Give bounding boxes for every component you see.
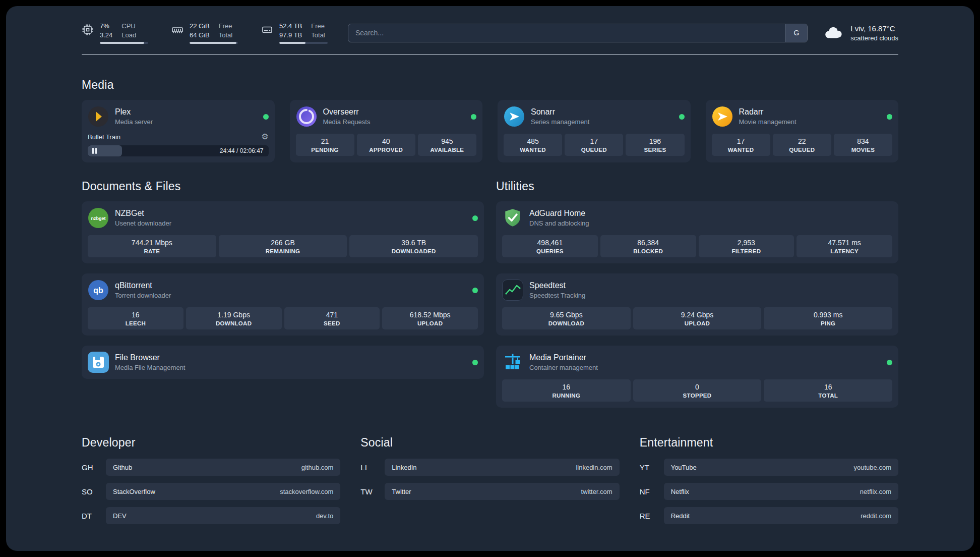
stat-remaining: 266 GB REMAINING	[219, 235, 347, 257]
stat-value: 485	[506, 137, 560, 145]
stat-value: 471	[286, 311, 378, 319]
app-card-radarr[interactable]: Radarr Movie management 17 WANTED 22 QUE…	[706, 100, 899, 162]
stat-rate: 744.21 Mbps RATE	[88, 235, 216, 257]
bookmark-pill: LinkedIn linkedin.com	[385, 459, 619, 476]
card-header: AdGuard Home DNS and adblocking	[502, 207, 892, 229]
bookmark-abbr: SO	[82, 487, 106, 496]
portainer-icon	[502, 352, 523, 373]
bookmark-reddit[interactable]: RE Reddit reddit.com	[640, 507, 898, 524]
overseerr-icon	[296, 106, 317, 127]
disk-widget: 52.4 TB 97.9 TB Free Total	[261, 22, 328, 44]
app-card-sonarr[interactable]: Sonarr Series management 485 WANTED 17 Q…	[498, 100, 691, 162]
stat-value: 2,953	[701, 239, 792, 247]
bookmark-youtube[interactable]: YT YouTube youtube.com	[640, 459, 898, 476]
app-card-filebrowser[interactable]: File Browser Media File Management	[82, 346, 484, 379]
stat-queries: 498,461 QUERIES	[502, 235, 598, 257]
stat-label: UPLOAD	[635, 320, 760, 326]
nzbget-icon: nzbget	[88, 207, 109, 229]
bookmark-github[interactable]: GH Github github.com	[82, 459, 340, 476]
pause-icon[interactable]	[92, 148, 97, 154]
status-dot	[471, 114, 476, 120]
stat-value: 0	[635, 383, 760, 391]
ram-label-total: Total	[219, 31, 232, 39]
app-meta: Sonarr Series management	[531, 107, 589, 126]
bookmark-abbr: NF	[640, 487, 664, 496]
bookmark-linkedin[interactable]: LI LinkedIn linkedin.com	[360, 459, 619, 476]
ram-icon	[171, 24, 183, 36]
stat-label: QUEUED	[567, 147, 621, 153]
stat-label: TOTAL	[766, 393, 890, 399]
stat-value: 834	[836, 137, 890, 145]
stat-label: WANTED	[714, 147, 768, 153]
bookmark-url: twitter.com	[581, 488, 612, 495]
ram-progress-track	[190, 42, 238, 44]
gear-icon[interactable]: ⚙	[261, 133, 268, 141]
cpu-readout: 7% 3.24 CPU Load	[100, 22, 148, 44]
app-card-adguard[interactable]: AdGuard Home DNS and adblocking 498,461 …	[496, 201, 898, 263]
documents-cards: nzbget NZBGet Usenet downloader 74	[82, 201, 484, 379]
stat-label: LEECH	[90, 320, 181, 326]
bookmark-url: stackoverflow.com	[280, 488, 333, 495]
cpu-loadavg: 3.24	[100, 31, 112, 39]
disk-label-total: Total	[311, 31, 325, 39]
cloud-icon	[823, 25, 844, 40]
section-utilities: Utilities	[496, 180, 898, 408]
bookmark-name: Netflix	[671, 488, 689, 495]
stat-value: 1.19 Gbps	[188, 311, 280, 319]
filebrowser-icon	[88, 352, 109, 373]
card-header: qb qBittorrent Torrent downloader	[88, 280, 478, 301]
bookmark-name: DEV	[113, 512, 127, 520]
card-header: Overseerr Media Requests	[296, 106, 477, 127]
playback-progress-bar[interactable]: 24:44 / 02:06:47	[88, 145, 269, 156]
app-card-plex[interactable]: Plex Media server Bullet Train ⚙	[82, 100, 275, 162]
card-header: Plex Media server	[88, 106, 269, 127]
weather-condition: scattered clouds	[850, 34, 898, 42]
cpu-progress-fill	[100, 42, 144, 44]
stats-row: 744.21 Mbps RATE 266 GB REMAINING 39.6 T…	[88, 235, 478, 257]
ram-progress-fill	[190, 42, 236, 44]
plex-icon	[88, 106, 109, 127]
stat-queued: 17 QUEUED	[565, 134, 623, 156]
bookmark-name: Github	[113, 464, 132, 471]
stats-row: 9.65 Gbps DOWNLOAD 9.24 Gbps UPLOAD 0.99…	[502, 307, 892, 329]
app-subtitle: Movie management	[739, 118, 797, 126]
stat-wanted: 485 WANTED	[504, 134, 562, 156]
ram-widget: 22 GiB 64 GiB Free Total	[171, 22, 238, 44]
stat-value: 16	[504, 383, 629, 391]
app-meta: Plex Media server	[115, 107, 153, 126]
bookmark-abbr: LI	[360, 463, 385, 472]
stats-row: 16 LEECH 1.19 Gbps DOWNLOAD 471 SEED	[88, 307, 478, 329]
app-card-portainer[interactable]: Media Portainer Container management 16 …	[496, 346, 898, 408]
stat-value: 498,461	[504, 239, 596, 247]
app-card-qbittorrent[interactable]: qb qBittorrent Torrent downloader	[82, 273, 484, 336]
stat-download: 1.19 Gbps DOWNLOAD	[186, 307, 282, 329]
bookmark-netflix[interactable]: NF Netflix netflix.com	[640, 483, 898, 500]
bookmark-stackoverflow[interactable]: SO StackOverflow stackoverflow.com	[82, 483, 340, 500]
nzbget-icon-text: nzbget	[91, 216, 106, 221]
search-input[interactable]	[348, 29, 785, 37]
stat-series: 196 SERIES	[626, 134, 684, 156]
bookmark-twitter[interactable]: TW Twitter twitter.com	[360, 483, 619, 500]
app-name: Speedtest	[529, 281, 585, 290]
weather-widget: Lviv, 16.87°C scattered clouds	[823, 24, 898, 42]
stat-label: QUERIES	[504, 248, 596, 254]
disk-label-free: Free	[311, 22, 325, 30]
stat-value: 266 GB	[221, 239, 345, 247]
app-name: Media Portainer	[529, 353, 598, 362]
app-card-speedtest[interactable]: Speedtest Speedtest Tracking 9.65 Gbps D…	[496, 273, 898, 336]
ram-free: 22 GiB	[190, 22, 210, 30]
stat-downloaded: 39.6 TB DOWNLOADED	[349, 235, 478, 257]
disk-readout: 52.4 TB 97.9 TB Free Total	[279, 22, 328, 44]
search-engine-button[interactable]: G	[785, 24, 807, 42]
ram-total: 64 GiB	[190, 31, 210, 39]
bookmark-dev[interactable]: DT DEV dev.to	[82, 507, 340, 524]
card-header: Sonarr Series management	[504, 106, 685, 127]
bookmark-url: dev.to	[316, 512, 333, 520]
app-subtitle: DNS and adblocking	[529, 219, 589, 227]
stat-value: 39.6 TB	[351, 239, 476, 247]
section-title-utilities: Utilities	[496, 180, 898, 193]
app-card-nzbget[interactable]: nzbget NZBGet Usenet downloader 74	[82, 201, 484, 263]
status-dot	[887, 360, 892, 365]
app-card-overseerr[interactable]: Overseerr Media Requests 21 PENDING 40 A…	[290, 100, 483, 162]
qbittorrent-icon: qb	[88, 280, 109, 301]
